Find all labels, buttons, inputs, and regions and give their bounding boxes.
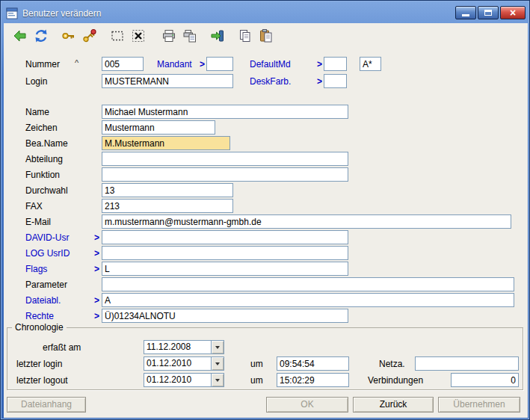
- minimize-icon: [462, 14, 469, 16]
- dropdown-arrow-icon: [215, 362, 220, 365]
- letzter-login-time-field[interactable]: [277, 356, 349, 371]
- flags-label[interactable]: Flags: [25, 264, 47, 274]
- deskfarb-field[interactable]: [324, 74, 347, 88]
- toolbar-password-key-button[interactable]: [79, 28, 100, 47]
- toolbar-refresh-button[interactable]: [31, 28, 52, 47]
- nummer-field[interactable]: [102, 57, 144, 71]
- maximize-button[interactable]: [478, 6, 499, 19]
- dateiabl-label[interactable]: Dateiabl.: [25, 295, 61, 306]
- selection-rectangle-icon: [110, 28, 125, 46]
- letzter-login-value: 01.12.2010: [144, 357, 211, 370]
- rechte-field[interactable]: [102, 309, 348, 323]
- david-usr-label[interactable]: DAVID-Usr: [25, 232, 69, 243]
- toolbar-paste-button[interactable]: [256, 28, 277, 47]
- rechte-label[interactable]: Rechte: [25, 311, 54, 321]
- back-icon: [13, 28, 28, 46]
- verbindungen-label: Verbindungen: [368, 375, 423, 386]
- toolbar-print-preview-button[interactable]: [179, 28, 200, 47]
- parameter-label: Parameter: [25, 280, 67, 290]
- letzter-logout-label: letzter logout: [16, 375, 68, 386]
- dropdown-arrow-icon: [215, 379, 220, 382]
- key-password-icon: [82, 28, 97, 46]
- nummer-label: Nummer: [25, 59, 60, 70]
- netza-field[interactable]: [415, 356, 519, 371]
- nummer-sort-indicator[interactable]: ^: [75, 58, 78, 67]
- zeichen-label: Zeichen: [25, 123, 58, 133]
- defaultmd-lookup-arrow[interactable]: >: [317, 59, 322, 70]
- fax-label: FAX: [25, 201, 43, 211]
- log-usrid-label[interactable]: LOG UsrID: [25, 248, 70, 259]
- logout-um-label: um: [250, 375, 263, 386]
- david-usr-lookup-arrow[interactable]: >: [94, 232, 99, 243]
- flags-field[interactable]: [102, 262, 348, 276]
- toolbar-print-button[interactable]: [158, 28, 179, 47]
- bea-name-field[interactable]: [102, 136, 230, 150]
- mandant-lookup-arrow[interactable]: >: [200, 59, 205, 70]
- flags-lookup-arrow[interactable]: >: [94, 264, 99, 274]
- rechte-lookup-arrow[interactable]: >: [94, 311, 99, 321]
- email-field[interactable]: [102, 214, 511, 229]
- letzter-logout-dropdown-button[interactable]: [211, 374, 224, 386]
- titlebar[interactable]: Benutzer verändern ×: [4, 4, 528, 23]
- toolbar: [10, 27, 277, 48]
- toolbar-copy-button[interactable]: [235, 28, 256, 47]
- maximize-icon: [484, 10, 492, 16]
- uebernehmen-button[interactable]: Übernehmen: [438, 397, 520, 413]
- dateianhang-button[interactable]: Dateianhang: [7, 397, 86, 413]
- key-icon: [61, 28, 76, 46]
- login-um-label: um: [250, 359, 263, 369]
- ok-button[interactable]: OK: [266, 397, 348, 413]
- zeichen-field[interactable]: [102, 120, 215, 135]
- erfasst-am-dropdown-button[interactable]: [211, 341, 224, 353]
- defaultmd-field[interactable]: [324, 57, 347, 71]
- refresh-icon: [34, 28, 49, 46]
- login-field[interactable]: [102, 74, 233, 88]
- abteilung-field[interactable]: [102, 152, 348, 166]
- letzter-login-combo[interactable]: 01.12.2010: [144, 356, 224, 371]
- letzter-logout-time-field[interactable]: [277, 373, 349, 387]
- defaultmd-label[interactable]: DefaultMd: [250, 59, 291, 70]
- toolbar-back-button[interactable]: [10, 28, 31, 47]
- mandant-label[interactable]: Mandant: [157, 59, 192, 70]
- app-icon: [6, 7, 18, 19]
- minimize-button[interactable]: [455, 6, 476, 19]
- david-usr-field[interactable]: [102, 230, 348, 244]
- close-button[interactable]: ×: [500, 6, 526, 19]
- export-arrow-icon: [210, 28, 225, 46]
- deskfarb-lookup-arrow[interactable]: >: [317, 76, 322, 87]
- letzter-logout-combo[interactable]: 01.12.2010: [144, 373, 224, 387]
- zurueck-button[interactable]: Zurück: [353, 397, 434, 413]
- name-field[interactable]: [102, 105, 348, 119]
- toolbar-export-button[interactable]: [207, 28, 228, 47]
- durchwahl-label: Durchwahl: [25, 185, 68, 196]
- log-usrid-lookup-arrow[interactable]: >: [94, 248, 99, 259]
- funktion-label: Funktion: [25, 170, 60, 180]
- letzter-login-dropdown-button[interactable]: [211, 357, 224, 370]
- toolbar-edit-key-button[interactable]: [58, 28, 79, 47]
- netza-label: Netza.: [379, 359, 405, 369]
- erfasst-am-combo[interactable]: 11.12.2008: [144, 340, 224, 354]
- copy-icon: [238, 28, 253, 46]
- funktion-field[interactable]: [102, 167, 348, 182]
- dropdown-arrow-icon: [215, 346, 220, 349]
- verbindungen-field[interactable]: [451, 373, 519, 387]
- print-preview-icon: [182, 28, 197, 46]
- letzter-logout-value: 01.12.2010: [144, 374, 211, 386]
- toolbar-delete-button[interactable]: [128, 28, 149, 47]
- log-usrid-field[interactable]: [102, 246, 348, 260]
- name-label: Name: [25, 107, 49, 117]
- dateiabl-lookup-arrow[interactable]: >: [94, 295, 99, 306]
- durchwahl-field[interactable]: [102, 183, 233, 197]
- dialog-client-area: Nummer ^ Mandant > DefaultMd > Login Des…: [4, 23, 528, 418]
- parameter-field[interactable]: [102, 277, 514, 291]
- login-label: Login: [25, 76, 47, 87]
- dialog-window: Benutzer verändern ×: [0, 0, 530, 420]
- abteilung-label: Abteilung: [25, 154, 63, 164]
- mandant-field[interactable]: [206, 57, 233, 71]
- defaultmd-extra-field[interactable]: [360, 57, 381, 71]
- dateiabl-field[interactable]: [102, 293, 514, 307]
- email-label: E-Mail: [25, 217, 51, 227]
- toolbar-select-button[interactable]: [107, 28, 128, 47]
- fax-field[interactable]: [102, 199, 233, 213]
- deskfarb-label[interactable]: DeskFarb.: [250, 76, 291, 87]
